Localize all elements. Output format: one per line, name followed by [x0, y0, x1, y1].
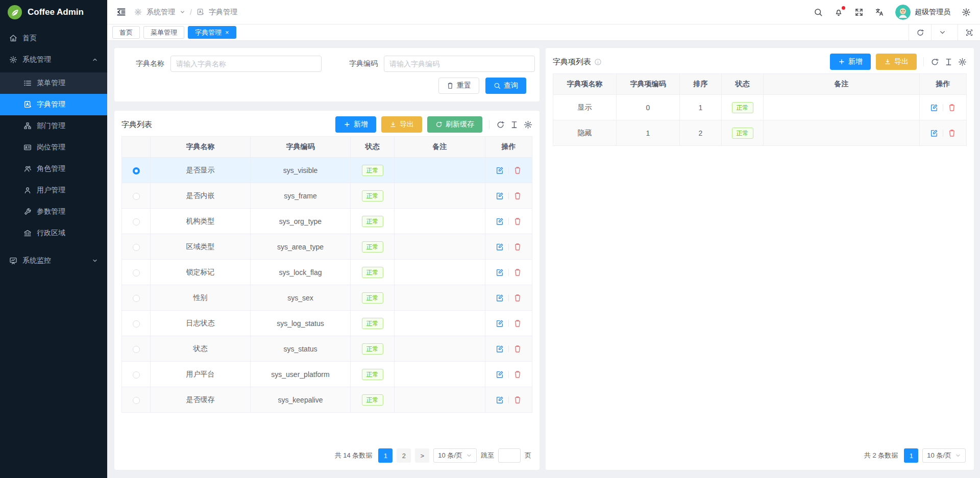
delete-row-icon[interactable]	[513, 370, 522, 379]
add-dict-button[interactable]: 新增	[335, 116, 376, 133]
sidebar-item-post-mgmt[interactable]: 岗位管理	[0, 137, 107, 158]
dict-table-row[interactable]: 日志状态 sys_log_status 正常	[122, 311, 532, 336]
dict-table-row[interactable]: 机构类型 sys_org_type 正常	[122, 209, 532, 234]
page-size-select[interactable]: 10 条/页	[922, 448, 966, 463]
close-tab-icon[interactable]: ×	[225, 29, 229, 36]
delete-row-icon[interactable]	[513, 396, 522, 404]
refresh-cache-button[interactable]: 刷新缓存	[427, 116, 482, 133]
edit-row-icon[interactable]	[496, 370, 504, 379]
jump-page-input[interactable]	[498, 448, 521, 463]
settings-gear-icon[interactable]	[962, 8, 971, 17]
row-radio[interactable]	[133, 346, 140, 353]
dict-table-row[interactable]: 性别 sys_sex 正常	[122, 285, 532, 311]
edit-row-icon[interactable]	[930, 129, 938, 137]
row-radio[interactable]	[133, 269, 140, 276]
delete-row-icon[interactable]	[948, 104, 956, 112]
column-settings-gear-icon[interactable]	[524, 120, 532, 129]
sidebar-item-dict-mgmt[interactable]: 字典管理	[0, 94, 107, 115]
sidebar-item-role-mgmt[interactable]: 角色管理	[0, 158, 107, 180]
edit-row-icon[interactable]	[496, 268, 504, 276]
fullscreen-icon[interactable]	[854, 8, 864, 17]
delete-row-icon[interactable]	[513, 345, 522, 353]
tab-home[interactable]: 首页	[112, 26, 140, 39]
dict-item-table-row[interactable]: 显示 0 1 正常	[553, 95, 967, 120]
dict-code-input[interactable]	[384, 56, 535, 72]
dict-name-cell: 锁定标记	[151, 260, 251, 285]
delete-row-icon[interactable]	[513, 217, 522, 225]
collapse-sidebar-icon[interactable]	[116, 7, 126, 17]
dict-table-row[interactable]: 是否内嵌 sys_frame 正常	[122, 183, 532, 209]
row-radio[interactable]	[133, 218, 140, 225]
delete-row-icon[interactable]	[948, 129, 956, 137]
translate-icon[interactable]	[875, 8, 884, 17]
dict-table-row[interactable]: 区域类型 sys_area_type 正常	[122, 234, 532, 260]
notifications-bell-icon[interactable]	[834, 8, 843, 17]
export-dict-button[interactable]: 导出	[381, 116, 422, 133]
edit-row-icon[interactable]	[496, 396, 504, 404]
page-size-select[interactable]: 10 条/页	[433, 448, 477, 463]
refresh-icon	[435, 121, 443, 128]
edit-row-icon[interactable]	[930, 104, 938, 112]
row-radio[interactable]	[133, 397, 140, 404]
search-icon[interactable]	[814, 8, 823, 17]
row-radio[interactable]	[133, 320, 140, 328]
row-radio[interactable]	[133, 167, 140, 174]
content-fullscreen-icon[interactable]	[958, 24, 980, 40]
tab-dict-mgmt[interactable]: 字典管理 ×	[188, 26, 236, 39]
row-radio[interactable]	[133, 295, 140, 302]
delete-row-icon[interactable]	[513, 268, 522, 276]
dict-name-input[interactable]	[170, 56, 322, 72]
dict-table-row[interactable]: 是否显示 sys_visible 正常	[122, 158, 532, 183]
delete-row-icon[interactable]	[513, 166, 522, 174]
page-button-1[interactable]: 1	[378, 448, 393, 463]
delete-row-icon[interactable]	[513, 319, 522, 328]
row-radio[interactable]	[133, 371, 140, 379]
tab-menu-mgmt[interactable]: 菜单管理	[143, 26, 184, 39]
add-dict-item-button[interactable]: 新增	[830, 54, 871, 70]
edit-row-icon[interactable]	[496, 217, 504, 225]
refresh-tabs-icon[interactable]	[909, 24, 931, 40]
edit-row-icon[interactable]	[496, 243, 504, 251]
dict-table-row[interactable]: 是否缓存 sys_keepalive 正常	[122, 387, 532, 413]
next-page-button[interactable]: >	[415, 448, 429, 463]
edit-row-icon[interactable]	[496, 319, 504, 328]
row-radio[interactable]	[133, 244, 140, 251]
delete-row-icon[interactable]	[513, 294, 522, 302]
sidebar-item-region-mgmt[interactable]: 行政区域	[0, 222, 107, 244]
page-button-2[interactable]: 2	[397, 448, 411, 463]
sidebar-item-home[interactable]: 首页	[0, 28, 107, 49]
dict-item-table-row[interactable]: 隐藏 1 2 正常	[553, 120, 967, 146]
row-radio[interactable]	[133, 193, 140, 200]
edit-row-icon[interactable]	[496, 294, 504, 302]
refresh-table-icon[interactable]	[930, 58, 939, 66]
status-badge: 正常	[732, 128, 753, 139]
dict-table-row[interactable]: 用户平台 sys_user_platform 正常	[122, 362, 532, 387]
sidebar-item-dept-mgmt[interactable]: 部门管理	[0, 115, 107, 137]
delete-row-icon[interactable]	[513, 192, 522, 200]
breadcrumb-level1[interactable]: 系统管理	[146, 8, 175, 17]
sidebar-item-param-mgmt[interactable]: 参数管理	[0, 201, 107, 222]
sidebar-item-monitor[interactable]: 系统监控	[0, 250, 107, 271]
dict-table-row[interactable]: 状态 sys_status 正常	[122, 336, 532, 362]
user-menu[interactable]: 超级管理员	[895, 5, 950, 20]
download-icon	[389, 121, 397, 128]
sidebar-item-user-mgmt[interactable]: 用户管理	[0, 180, 107, 201]
sidebar-item-system[interactable]: 系统管理	[0, 49, 107, 70]
status-badge: 正常	[362, 318, 383, 329]
sidebar-item-menu-mgmt[interactable]: 菜单管理	[0, 72, 107, 94]
edit-row-icon[interactable]	[496, 345, 504, 353]
reset-button[interactable]: 重置	[438, 78, 479, 94]
query-button[interactable]: 查询	[485, 78, 526, 94]
delete-row-icon[interactable]	[513, 243, 522, 251]
export-dict-item-button[interactable]: 导出	[876, 54, 917, 70]
refresh-table-icon[interactable]	[496, 120, 505, 129]
column-settings-gear-icon[interactable]	[958, 58, 967, 66]
edit-row-icon[interactable]	[496, 192, 504, 200]
row-height-icon[interactable]	[944, 58, 953, 66]
row-height-icon[interactable]	[510, 120, 519, 129]
page-button-1[interactable]: 1	[904, 448, 918, 463]
tab-options-chevron-icon[interactable]	[931, 24, 953, 40]
edit-row-icon[interactable]	[496, 166, 504, 174]
sidebar-item-label: 部门管理	[37, 121, 65, 131]
dict-table-row[interactable]: 锁定标记 sys_lock_flag 正常	[122, 260, 532, 285]
